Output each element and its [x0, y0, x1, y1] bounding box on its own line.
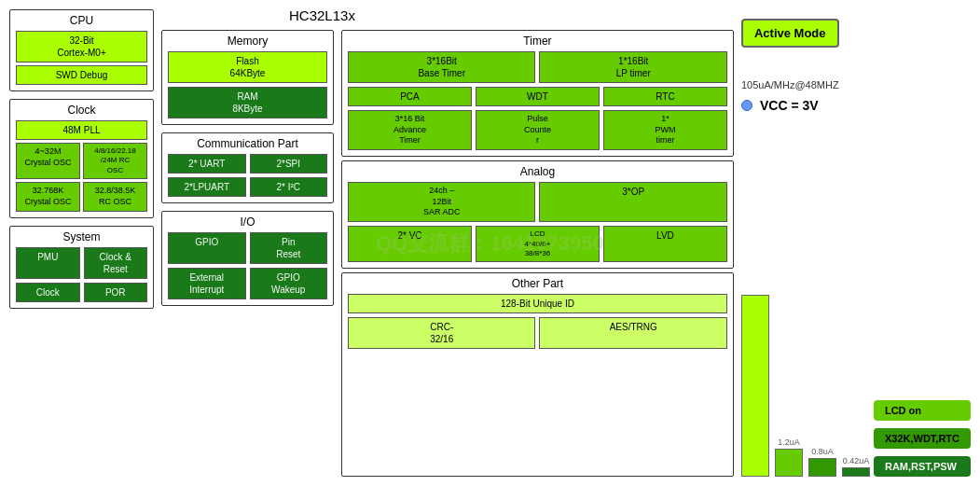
- other-title: Other Part: [348, 277, 727, 290]
- system-section: System PMU Clock & Reset Clock POR: [9, 226, 154, 309]
- comm-lpuart: 2*LPUART: [168, 177, 246, 197]
- other-crc: CRC- 32/16: [348, 317, 535, 349]
- cpu-section: CPU 32-Bit Cortex-M0+ SWD Debug: [9, 9, 154, 91]
- io-inner: GPIO Pin Reset External Interrupt GPIO W…: [168, 232, 327, 299]
- system-pmu: PMU: [16, 247, 80, 279]
- other-row2: CRC- 32/16 AES/TRNG: [348, 317, 727, 349]
- page-title: HC32L13x: [289, 7, 355, 23]
- timer-row3: 3*16 Bit Advance Timer Pulse Counte r 1*…: [348, 110, 727, 150]
- system-clock: Clock: [16, 283, 80, 302]
- main-container: QQ交流群：1641073950 HC32L13x CPU 32-Bit Cor…: [0, 0, 980, 486]
- io-gpio-wakeup: GPIO Wakeup: [250, 268, 328, 299]
- timer-section: Timer 3*16Bit Base Timer 1*16Bit LP time…: [341, 30, 734, 157]
- col2: Memory Flash 64KByte RAM 8KByte Communic…: [161, 30, 334, 477]
- col4: Active Mode 105uA/MHz@48MHZ VCC = 3V 1.2…: [741, 9, 971, 477]
- col3: Timer 3*16Bit Base Timer 1*16Bit LP time…: [341, 30, 734, 477]
- io-title: I/O: [168, 215, 327, 229]
- bar-group-2: 1.2uA: [775, 437, 803, 477]
- memory-ram: RAM 8KByte: [168, 87, 327, 118]
- bar4-value: 0.42uA: [843, 456, 870, 465]
- analog-row1: 24ch – 12Bit SAR ADC 3*OP: [348, 182, 727, 222]
- clock-section: Clock 48M PLL 4~32M Crystal OSC 4/8/16/2…: [9, 99, 154, 218]
- timer-lp: 1*16Bit LP timer: [539, 51, 726, 83]
- io-gpio: GPIO: [168, 232, 246, 264]
- vcc-row: VCC = 3V: [741, 98, 819, 113]
- active-mode-button[interactable]: Active Mode: [741, 19, 839, 48]
- timer-title: Timer: [348, 35, 727, 48]
- analog-row2: 2* VC LCD 4*40/6+ 38/8*36 LVD: [348, 226, 727, 262]
- system-title: System: [16, 230, 147, 243]
- analog-sar-adc: 24ch – 12Bit SAR ADC: [348, 182, 535, 222]
- timer-rtc: RTC: [603, 87, 727, 106]
- chart-left: Active Mode 105uA/MHz@48MHZ VCC = 3V 1.2…: [741, 19, 870, 477]
- clock-crystal-osc: 4~32M Crystal OSC: [16, 143, 80, 179]
- memory-inner: Flash 64KByte RAM 8KByte: [168, 51, 327, 118]
- other-inner: 128-Bit Unique ID CRC- 32/16 AES/TRNG: [348, 294, 727, 349]
- clock-row2: 32.768K Crystal OSC 32.8/38.5K RC OSC: [16, 182, 147, 211]
- col1: CPU 32-Bit Cortex-M0+ SWD Debug Clock 48…: [9, 9, 154, 477]
- vcc-label: VCC = 3V: [760, 98, 819, 113]
- analog-section: Analog 24ch – 12Bit SAR ADC 3*OP 2* VC L…: [341, 160, 734, 269]
- vcc-circle-icon: [741, 100, 752, 111]
- bar2-value: 1.2uA: [778, 437, 800, 447]
- bar-x32k: [808, 458, 836, 477]
- timer-pwm: 1* PWM timer: [603, 110, 727, 150]
- side-labels: LCD on X32K,WDT,RTC RAM,RST,PSW: [874, 19, 971, 477]
- memory-title: Memory: [168, 35, 327, 48]
- memory-flash: Flash 64KByte: [168, 51, 327, 83]
- clock-inner: 48M PLL 4~32M Crystal OSC 4/8/16/22.18 /…: [16, 120, 147, 212]
- timer-pca: PCA: [348, 87, 472, 106]
- bar-group-3: 0.8uA: [808, 447, 836, 477]
- analog-lvd: LVD: [603, 226, 727, 262]
- frequency-label: 105uA/MHz@48MHZ: [741, 79, 839, 90]
- timer-pulse: Pulse Counte r: [476, 110, 600, 150]
- bar-group-1: [741, 295, 769, 477]
- memory-section: Memory Flash 64KByte RAM 8KByte: [161, 30, 334, 125]
- other-unique-id: 128-Bit Unique ID: [348, 294, 727, 313]
- timer-wdt: WDT: [476, 87, 600, 106]
- comm-inner: 2* UART 2*SPI 2*LPUART 2* I²C: [168, 154, 327, 197]
- timer-adv: 3*16 Bit Advance Timer: [348, 110, 472, 150]
- clock-rc-osc: 4/8/16/22.18 /24M RC OSC: [83, 143, 147, 179]
- comm-spi: 2*SPI: [250, 154, 328, 174]
- bar-ram: [842, 467, 870, 477]
- comm-title: Communication Part: [168, 137, 327, 150]
- cpu-core: 32-Bit Cortex-M0+: [16, 31, 147, 62]
- io-ext-int: External Interrupt: [168, 268, 246, 299]
- timer-base: 3*16Bit Base Timer: [348, 51, 535, 83]
- analog-op: 3*OP: [539, 182, 726, 222]
- clock-rc-38k: 32.8/38.5K RC OSC: [83, 182, 147, 211]
- cpu-title: CPU: [16, 14, 147, 27]
- comm-i2c: 2* I²C: [250, 177, 328, 197]
- bar-group-4: 0.42uA: [842, 456, 870, 477]
- system-por: POR: [84, 283, 148, 302]
- comm-section: Communication Part 2* UART 2*SPI 2*LPUAR…: [161, 132, 334, 203]
- clock-crystal-32k: 32.768K Crystal OSC: [16, 182, 80, 211]
- io-pin-reset: Pin Reset: [250, 232, 328, 264]
- bar-active-mode: [741, 295, 769, 477]
- bar-lcd-on: [775, 449, 803, 477]
- clock-title: Clock: [16, 104, 147, 117]
- io-section: I/O GPIO Pin Reset External Interrupt GP…: [161, 211, 334, 306]
- analog-lcd: LCD 4*40/6+ 38/8*36: [476, 226, 600, 262]
- clock-row1: 4~32M Crystal OSC 4/8/16/22.18 /24M RC O…: [16, 143, 147, 179]
- other-section: Other Part 128-Bit Unique ID CRC- 32/16 …: [341, 272, 734, 477]
- analog-title: Analog: [348, 165, 727, 178]
- side-label-lcd: LCD on: [874, 400, 971, 421]
- system-clock-reset: Clock & Reset: [84, 247, 148, 279]
- comm-uart: 2* UART: [168, 154, 246, 174]
- bars-container: 1.2uA 0.8uA 0.42uA: [741, 290, 870, 477]
- timer-row2: PCA WDT RTC: [348, 87, 727, 106]
- timer-row1: 3*16Bit Base Timer 1*16Bit LP timer: [348, 51, 727, 83]
- cpu-debug: SWD Debug: [16, 65, 147, 85]
- cpu-inner: 32-Bit Cortex-M0+ SWD Debug: [16, 31, 147, 85]
- clock-pll: 48M PLL: [16, 120, 147, 140]
- bar3-value: 0.8uA: [811, 447, 834, 456]
- analog-vc: 2* VC: [348, 226, 472, 262]
- side-label-ram: RAM,RST,PSW: [874, 456, 971, 477]
- other-aes: AES/TRNG: [539, 317, 726, 349]
- side-label-x32k: X32K,WDT,RTC: [874, 428, 971, 449]
- system-inner: PMU Clock & Reset Clock POR: [16, 247, 147, 302]
